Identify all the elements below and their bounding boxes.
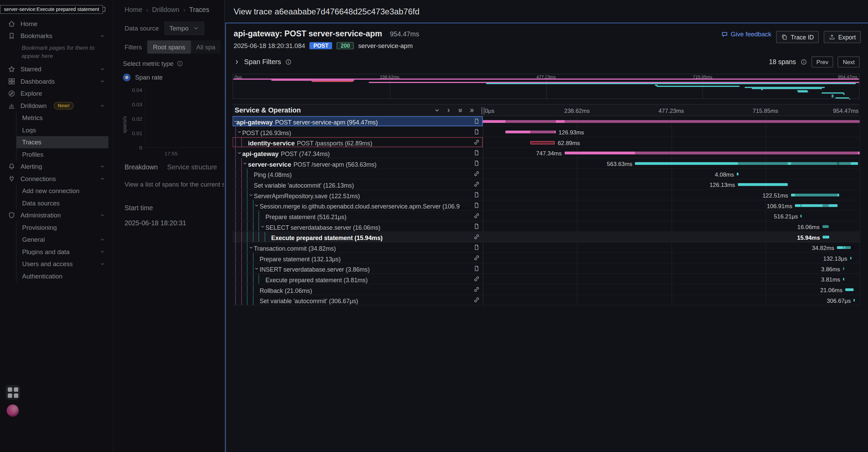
sidebar-item-administration[interactable]: Administration <box>4 210 108 222</box>
span-filters-toggle[interactable]: Span Filters <box>234 58 292 66</box>
link-icon[interactable] <box>473 213 480 219</box>
sidebar-item-data-sources[interactable]: Data sources <box>16 197 108 209</box>
sidebar-item-connections[interactable]: Connections <box>4 173 108 185</box>
span-bar[interactable] <box>530 141 555 144</box>
collapse-span-icon[interactable] <box>254 266 259 271</box>
collapse-span-icon[interactable] <box>237 130 242 135</box>
collapse-span-icon[interactable] <box>254 203 259 208</box>
doc-icon[interactable] <box>473 118 480 124</box>
link-icon[interactable] <box>473 181 480 188</box>
info-icon[interactable] <box>177 60 183 67</box>
tab-breakdown[interactable]: Breakdown <box>125 163 158 171</box>
span-row[interactable]: Prepare statement (516.21μs)516.21μs <box>233 211 860 222</box>
sidebar-item-general[interactable]: General <box>16 234 108 246</box>
span-row[interactable]: Execute prepared statement (15.94ms)15.9… <box>233 232 860 242</box>
breadcrumb-drilldown[interactable]: Drilldown <box>152 6 179 14</box>
sidebar-item-home[interactable]: Home <box>4 18 108 30</box>
collapse-span-icon[interactable] <box>233 119 238 124</box>
breadcrumb-home[interactable]: Home <box>125 6 142 14</box>
sidebar-item-traces[interactable]: Traces <box>16 136 108 148</box>
span-row[interactable]: Execute prepared statement (3.81ms)3.81m… <box>233 274 860 285</box>
link-icon[interactable] <box>473 139 480 145</box>
trace-minimap[interactable]: 0μs238.62ms477.23ms715.85ms954.47ms <box>233 74 860 99</box>
span-row[interactable]: ServerApmRepository.save (122.51ms)122.5… <box>233 190 860 200</box>
sidebar-item-starred[interactable]: Starred <box>4 63 108 75</box>
span-row[interactable]: identity-servicePOST /passports (62.89ms… <box>233 137 860 148</box>
span-row[interactable]: Prepare statement (132.13μs)132.13μs <box>233 253 860 263</box>
span-row[interactable]: Transaction.commit (34.82ms)34.82ms <box>233 242 860 253</box>
doc-icon[interactable] <box>473 202 480 209</box>
span-row[interactable]: INSERT serverdatabase.server (3.86ms)3.8… <box>233 263 860 274</box>
link-icon[interactable] <box>473 297 480 303</box>
filter-root-spans[interactable]: Root spans <box>148 40 191 54</box>
collapse-one-icon[interactable] <box>434 107 440 113</box>
link-icon[interactable] <box>473 234 480 240</box>
span-row[interactable]: server-servicePOST /server-apm (563.63ms… <box>233 158 860 169</box>
span-row[interactable]: Set variable 'autocommit' (126.13ms)126.… <box>233 179 860 190</box>
sidebar-item-drilldown[interactable]: DrilldownNew! <box>4 100 108 112</box>
trace-id-button[interactable]: Trace ID <box>776 31 819 43</box>
span-bar[interactable] <box>738 183 788 186</box>
link-icon[interactable] <box>473 254 480 261</box>
sidebar-item-dashboards[interactable]: Dashboards <box>4 75 108 87</box>
span-bar[interactable] <box>854 299 855 301</box>
export-button[interactable]: Export <box>824 31 861 43</box>
sidebar-item-provisioning[interactable]: Provisioning <box>16 222 108 234</box>
span-bar[interactable] <box>850 257 851 260</box>
next-button[interactable]: Next <box>838 57 860 68</box>
expand-one-icon[interactable] <box>446 107 452 113</box>
sidebar-item-users-and-access[interactable]: Users and access <box>16 258 108 270</box>
collapse-span-icon[interactable] <box>248 192 254 198</box>
sidebar-item-explore[interactable]: Explore <box>4 88 108 100</box>
span-row[interactable]: Ping (4.08ms)4.08ms <box>233 169 860 179</box>
datasource-select[interactable]: Tempo <box>164 22 204 35</box>
doc-icon[interactable] <box>473 150 480 156</box>
expand-all-icon[interactable] <box>469 107 475 113</box>
collapse-all-icon[interactable] <box>457 107 464 113</box>
span-bar[interactable] <box>845 288 854 291</box>
filter-all-spans[interactable]: All spa <box>191 40 221 54</box>
sidebar-item-bookmarks[interactable]: Bookmarks <box>4 30 108 42</box>
doc-icon[interactable] <box>473 191 480 198</box>
apps-grid-button[interactable] <box>5 385 20 400</box>
span-row[interactable]: api-gatewayPOST (747.34ms)747.34ms <box>233 148 860 158</box>
collapse-span-icon[interactable] <box>248 245 254 250</box>
doc-icon[interactable] <box>473 128 480 135</box>
link-icon[interactable] <box>473 286 480 293</box>
doc-icon[interactable] <box>473 223 480 229</box>
span-name-cell: Prepare statement (516.21μs) <box>233 211 483 221</box>
sidebar-item-logs[interactable]: Logs <box>16 124 108 136</box>
span-bar[interactable] <box>801 215 802 217</box>
collapse-span-icon[interactable] <box>243 161 248 166</box>
link-icon[interactable] <box>473 276 480 282</box>
sidebar-item-add-new-connection[interactable]: Add new connection <box>16 185 108 197</box>
info-icon[interactable] <box>285 59 291 65</box>
give-feedback-link[interactable]: Give feedback <box>721 31 771 37</box>
collapse-span-icon[interactable] <box>260 224 265 229</box>
prev-button[interactable]: Prev <box>811 57 833 68</box>
span-bar[interactable] <box>737 173 738 175</box>
info-icon[interactable] <box>800 59 807 65</box>
collapse-span-icon[interactable] <box>237 151 242 156</box>
span-row[interactable]: Set variable 'autocommit' (306.67μs)306.… <box>233 295 860 306</box>
sidebar-item-plugins-and-data[interactable]: Plugins and data <box>16 246 108 258</box>
span-row[interactable]: Session.merge io.github.openabcd.cloud.s… <box>233 200 860 211</box>
sidebar-item-profiles[interactable]: Profiles <box>16 148 108 160</box>
sidebar-item-authentication[interactable]: Authentication <box>16 270 108 282</box>
tab-service-structure[interactable]: Service structure <box>167 163 217 171</box>
sidebar-item-metrics[interactable]: Metrics <box>16 112 108 124</box>
span-row[interactable]: POST (126.93ms)126.93ms <box>233 127 860 137</box>
span-bar[interactable] <box>823 236 829 238</box>
span-row[interactable]: Rollback (21.06ms)21.06ms <box>233 284 860 295</box>
column-resize-handle[interactable] <box>482 107 484 115</box>
doc-icon[interactable] <box>473 265 480 272</box>
span-row[interactable]: SELECT serverdatabase.server (16.06ms)16… <box>233 221 860 232</box>
span-bar[interactable] <box>843 278 844 281</box>
link-icon[interactable] <box>473 170 480 177</box>
span-row[interactable]: api-gatewayPOST server-service-apm (954.… <box>233 116 860 127</box>
span-rate-radio[interactable]: Span rate <box>123 74 224 82</box>
doc-icon[interactable] <box>473 244 480 251</box>
user-avatar[interactable] <box>7 404 19 416</box>
doc-icon[interactable] <box>473 160 480 166</box>
sidebar-item-alerting[interactable]: Alerting <box>4 161 108 173</box>
